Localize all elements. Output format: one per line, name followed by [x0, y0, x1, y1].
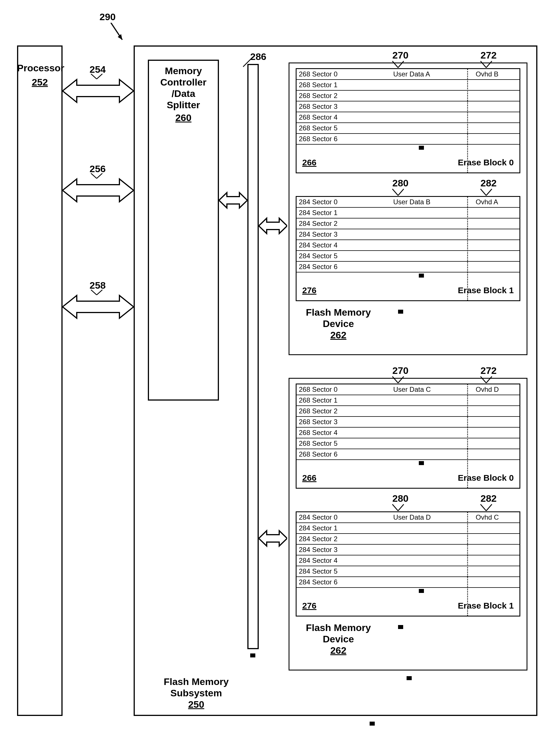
svg-line-19 [392, 189, 398, 195]
dev1-b1-col280-lead [384, 182, 407, 196]
dev1-eb0-s0: 268 Sector 0User Data AOvhd B [297, 69, 519, 80]
dev2-eb1-s2: 284 Sector 2 [297, 534, 519, 545]
ref-290: 290 [99, 11, 116, 22]
dev1-eb0-s6: 268 Sector 6 [297, 134, 519, 145]
dev1-fmd-num: 262 [296, 330, 381, 341]
subsystem-num: 250 [159, 699, 233, 710]
dev1-eb1-s6: 284 Sector 6 [297, 262, 519, 273]
svg-line-2 [243, 57, 253, 67]
svg-marker-9 [62, 295, 134, 318]
dev1-eb0-name: Erase Block 0 [458, 158, 514, 167]
svg-line-25 [480, 376, 486, 383]
dev2-eb1-s3: 284 Sector 3 [297, 545, 519, 556]
dev2-b0-col272-lead [472, 369, 495, 384]
dev2-eb0-dots [419, 461, 424, 471]
dev1-eb1-name: Erase Block 1 [458, 286, 514, 295]
dev2-b1-col282-lead [472, 497, 495, 511]
dev1-eb1-s5: 284 Sector 5 [297, 251, 519, 262]
svg-line-23 [392, 376, 398, 383]
svg-line-15 [392, 61, 398, 67]
svg-marker-6 [62, 179, 134, 202]
dev2-eb0-s6: 268 Sector 6 [297, 449, 519, 460]
svg-line-8 [97, 173, 102, 178]
svg-line-26 [486, 376, 492, 383]
dev1-eb0-s5: 268 Sector 5 [297, 123, 519, 134]
dev1-b1-col282-lead [472, 182, 495, 196]
arrow-bus-dev1 [259, 216, 287, 236]
dev1-b0-col272-lead [472, 54, 495, 68]
dev1-eb0-s3: 268 Sector 3 [297, 101, 519, 112]
processor-label: Processor [17, 62, 62, 74]
arrow-256 [62, 175, 134, 206]
dev2-eb1: 284 Sector 0User Data DOvhd C 284 Sector… [296, 511, 520, 616]
svg-line-22 [486, 189, 492, 195]
dev1-fmd-l2: Device [296, 318, 381, 329]
bus-box [247, 64, 259, 649]
dev2-eb1-s5: 284 Sector 5 [297, 566, 519, 577]
dev2-eb0-s3: 268 Sector 3 [297, 417, 519, 428]
dev1-eb1: 284 Sector 0User Data BOvhd A 284 Sector… [296, 196, 520, 301]
dev2-eb1-s4: 284 Sector 4 [297, 556, 519, 566]
controller-l2: Controller [148, 77, 219, 88]
svg-line-20 [398, 189, 404, 195]
dev1-eb0-s4: 268 Sector 4 [297, 112, 519, 123]
controller-num: 260 [148, 112, 219, 123]
devices-continuation-dots [407, 676, 412, 686]
dev1-eb1-s1: 284 Sector 1 [297, 208, 519, 219]
svg-line-17 [480, 61, 486, 67]
svg-line-24 [398, 376, 404, 383]
dev2-eb1-s6: 284 Sector 6 [297, 577, 519, 588]
dev2-fmd-l2: Device [296, 633, 381, 645]
processor-box [17, 45, 62, 716]
dev2-eb0: 268 Sector 0User Data COvhd D 268 Sector… [296, 384, 520, 489]
svg-line-4 [91, 74, 97, 79]
svg-marker-12 [219, 193, 247, 208]
dev1-fmd-l1: Flash Memory [296, 307, 381, 318]
svg-line-7 [91, 173, 97, 178]
svg-line-27 [392, 504, 398, 511]
svg-line-16 [398, 61, 404, 67]
dev2-fmd-num: 262 [296, 645, 381, 656]
dev2-eb1-s0: 284 Sector 0User Data DOvhd C [297, 512, 519, 523]
split-258 [85, 284, 108, 295]
dev2-eb1-name: Erase Block 1 [458, 601, 514, 611]
dev2-eb0-s2: 268 Sector 2 [297, 406, 519, 417]
svg-line-29 [480, 504, 486, 511]
dev2-eb1-s1: 284 Sector 1 [297, 523, 519, 534]
dev1-eb0-dots [419, 146, 424, 155]
dev2-eb0-s5: 268 Sector 5 [297, 438, 519, 449]
svg-line-10 [91, 290, 97, 295]
dev2-blocks-dots [398, 625, 403, 635]
dev2-eb0-name: Erase Block 0 [458, 473, 514, 483]
dev2-eb0-s0: 268 Sector 0User Data COvhd D [297, 384, 519, 395]
dev1-eb1-s4: 284 Sector 4 [297, 240, 519, 251]
dev1-eb0: 268 Sector 0User Data AOvhd B 268 Sector… [296, 68, 520, 173]
split-254 [85, 68, 108, 80]
arrow-ctrl-bus [219, 190, 247, 210]
arrow-bus-dev2 [259, 528, 287, 548]
subsystem-l1: Flash Memory [159, 676, 233, 687]
svg-marker-3 [62, 80, 134, 102]
dev1-blocks-dots [398, 310, 403, 319]
dev2-b1-col280-lead [384, 497, 407, 511]
svg-line-21 [480, 189, 486, 195]
subsystem-l2: Subsystem [159, 688, 233, 699]
dev2-eb0-s4: 268 Sector 4 [297, 428, 519, 438]
arrow-258 [62, 291, 134, 323]
svg-line-30 [486, 504, 492, 511]
processor-num: 252 [17, 77, 62, 88]
arrow-254 [62, 75, 134, 106]
svg-line-28 [398, 504, 404, 511]
dev2-eb1-dots [419, 589, 424, 599]
arrow-290 [108, 23, 125, 45]
controller-l3: /Data [148, 88, 219, 99]
svg-marker-14 [259, 531, 287, 546]
svg-line-18 [486, 61, 492, 67]
dev2-b0-col270-lead [384, 369, 407, 384]
dev1-eb1-num: 276 [302, 286, 316, 295]
dev1-eb1-s3: 284 Sector 3 [297, 229, 519, 240]
split-256 [85, 168, 108, 179]
svg-line-5 [97, 74, 102, 79]
dev1-eb1-dots [419, 274, 424, 283]
bus-lead [242, 55, 254, 68]
